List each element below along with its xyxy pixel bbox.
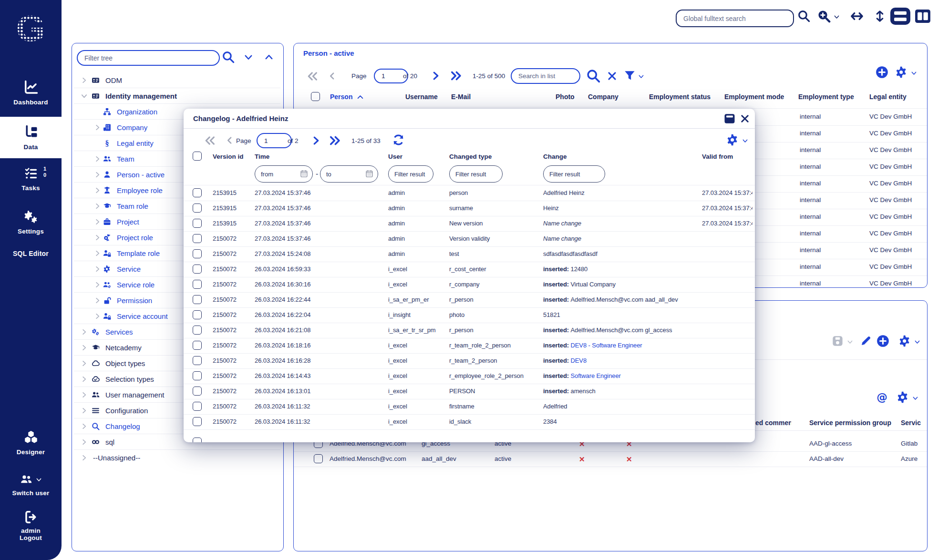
row-checkbox[interactable] (193, 417, 202, 426)
dock-window-icon[interactable] (724, 113, 735, 124)
add-row-icon[interactable] (876, 66, 888, 79)
view-columns-icon[interactable] (915, 9, 931, 23)
col-version-id[interactable]: Version id (213, 153, 244, 160)
row-checkbox[interactable] (193, 310, 202, 319)
switch-user-button[interactable]: Switch user (0, 474, 62, 497)
chevron-down-icon[interactable] (912, 395, 918, 401)
sidebar-item-sql-editor[interactable]: SQL Editor (0, 250, 62, 257)
modal-settings-icon[interactable] (726, 133, 739, 146)
next-page-icon[interactable] (431, 71, 441, 81)
change-link[interactable]: DEV8 (571, 357, 587, 364)
row-checkbox[interactable] (193, 295, 202, 304)
sidebar-item-designer[interactable]: Designer (0, 430, 62, 456)
chevron-down-icon[interactable] (81, 92, 88, 100)
link-icon[interactable]: @ (876, 391, 888, 403)
sidebar-item-tasks[interactable]: 10 Tasks (0, 167, 62, 192)
select-all-checkbox[interactable] (193, 152, 202, 161)
search-icon[interactable] (797, 10, 810, 22)
prev-page-icon[interactable] (328, 72, 336, 80)
edit-pencil-icon[interactable] (860, 335, 872, 346)
tree-search-icon[interactable] (222, 51, 235, 63)
tree-item-identity-management[interactable]: Identity management (74, 88, 280, 104)
changelog-row[interactable]: 215007226.03.2024 16:16:28i_excelr_team_… (184, 353, 755, 369)
col-legal-entity[interactable]: Legal entity (869, 93, 907, 101)
chevron-right-icon[interactable] (94, 171, 101, 178)
row-checkbox[interactable] (193, 204, 202, 213)
changelog-row[interactable]: 215391527.03.2024 15:37:46adminpersonAde… (184, 185, 755, 201)
changelog-row[interactable]: 215007226.03.2024 16:14:43i_excelr_emplo… (184, 368, 755, 384)
last-page-icon[interactable] (328, 135, 341, 146)
filter-funnel-icon[interactable] (624, 70, 636, 81)
col-employment-status[interactable]: Employment status (649, 93, 711, 101)
calendar-icon[interactable] (365, 170, 373, 178)
col-comment[interactable]: ed comment (755, 419, 791, 427)
row-checkbox[interactable] (193, 188, 202, 197)
chevron-right-icon[interactable] (81, 328, 88, 336)
col-employment-type[interactable]: Employment type (798, 93, 854, 101)
chevron-down-icon[interactable] (638, 73, 644, 80)
swap-horizontal-icon[interactable] (850, 10, 864, 22)
clear-search-icon[interactable] (607, 71, 617, 81)
chevron-right-icon[interactable] (94, 234, 101, 241)
col-service[interactable]: Servic (901, 419, 927, 427)
expand-all-icon[interactable] (264, 52, 274, 62)
chevron-down-icon[interactable] (914, 339, 920, 345)
sidebar-item-data[interactable]: Data (0, 117, 62, 158)
settings-gear-icon[interactable] (898, 335, 911, 347)
changelog-row[interactable]: 215007227.03.2024 15:37:46adminVersion v… (184, 231, 755, 247)
chevron-right-icon[interactable] (94, 250, 101, 257)
chevron-right-icon[interactable] (81, 77, 88, 84)
chevron-right-icon[interactable] (94, 124, 101, 131)
save-icon[interactable] (832, 335, 844, 347)
chevron-right-icon[interactable] (94, 313, 101, 320)
chevron-right-icon[interactable] (81, 391, 88, 398)
chevron-right-icon[interactable] (81, 423, 88, 430)
refresh-icon[interactable] (392, 134, 404, 146)
zoom-search-icon[interactable] (817, 10, 831, 23)
chevron-right-icon[interactable] (94, 281, 101, 288)
collapse-all-icon[interactable] (244, 52, 253, 62)
chevron-down-icon[interactable] (911, 70, 917, 76)
calendar-icon[interactable] (300, 170, 308, 178)
col-company[interactable]: Company (588, 93, 618, 101)
chevron-right-icon[interactable] (81, 360, 88, 367)
last-page-icon[interactable] (449, 71, 463, 81)
sidebar-item-settings[interactable]: Settings (0, 210, 62, 235)
list-search-input[interactable] (511, 68, 580, 84)
tree-filter-input[interactable] (77, 50, 220, 66)
changelog-row[interactable]: 215007226.03.2024 16:21:08i_sa_er_tr_sr_… (184, 323, 755, 338)
changed-type-filter-input[interactable] (449, 165, 503, 183)
list-search-icon[interactable] (586, 69, 600, 83)
col-person[interactable]: Person (330, 93, 363, 101)
change-filter-input[interactable] (543, 165, 605, 183)
col-change[interactable]: Change (543, 153, 567, 160)
col-user[interactable]: User (388, 153, 402, 160)
tree-item-odm[interactable]: ODM (74, 72, 280, 88)
row-checkbox[interactable] (314, 454, 323, 463)
chevron-right-icon[interactable] (81, 438, 88, 446)
close-icon[interactable] (740, 114, 750, 123)
chevron-right-icon[interactable] (94, 203, 101, 210)
changelog-row[interactable]: 215007227.03.2024 15:24:08admintestsdfas… (184, 246, 755, 262)
row-checkbox[interactable] (193, 280, 202, 289)
chevron-right-icon[interactable] (94, 265, 101, 273)
col-email[interactable]: E-Mail (451, 93, 471, 101)
row-checkbox[interactable] (193, 234, 202, 243)
row-checkbox[interactable] (193, 356, 202, 365)
row-checkbox[interactable] (193, 326, 202, 335)
row-checkbox[interactable] (193, 387, 202, 396)
chevron-down-icon[interactable] (847, 339, 853, 345)
changelog-row[interactable]: 215007226.03.2024 16:30:16i_excelr_compa… (184, 277, 755, 293)
first-page-icon[interactable] (306, 71, 319, 81)
changelog-row[interactable]: 215007226.03.2024 16:18:16i_excelr_team_… (184, 338, 755, 354)
col-service-permission-group[interactable]: Service permission group (809, 419, 891, 427)
row-checkbox[interactable] (193, 265, 202, 274)
change-link[interactable]: DEV8 - Software Engineer (571, 342, 642, 349)
col-valid-from[interactable]: Valid from (702, 153, 732, 160)
col-employment-mode[interactable]: Employment mode (724, 93, 784, 101)
row-checkbox[interactable] (193, 249, 202, 258)
changelog-row[interactable]: 215007226.03.2024 16:22:04i_insightphoto… (184, 307, 755, 323)
swap-vertical-icon[interactable] (875, 9, 885, 24)
table-settings-icon[interactable] (897, 391, 909, 404)
table-settings-icon[interactable] (895, 66, 908, 79)
